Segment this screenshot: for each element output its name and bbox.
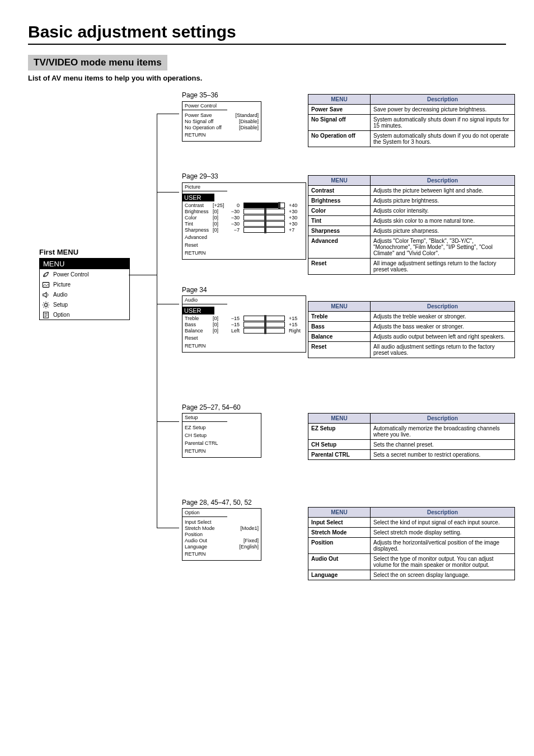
- slider-current: [0]: [213, 227, 225, 233]
- table-audio: MENUDescription TrebleAdjusts the treble…: [308, 301, 515, 358]
- return-label[interactable]: RETURN: [185, 131, 259, 139]
- cell-desc: Adjusts "Color Temp", "Black", "3D-Y/C",…: [371, 236, 515, 259]
- table-row: Parental CTRLSets a secret number to res…: [308, 450, 515, 460]
- cell-menu: Reset: [308, 342, 371, 358]
- cell-desc: Select the on screen display language.: [371, 570, 515, 580]
- table-picture: MENUDescription ContrastAdjusts the pict…: [308, 175, 515, 275]
- th-menu: MENU: [308, 302, 371, 312]
- slider-row[interactable]: Contrast[+25]0+40: [185, 203, 303, 208]
- section-heading: TV/VIDEO mode menu items: [28, 55, 167, 71]
- slider-current: [0]: [213, 215, 225, 220]
- table-row: CH SetupSets the channel preset.: [308, 440, 515, 450]
- slider-row[interactable]: Tint[0]−30+30: [185, 221, 303, 227]
- slider-label: Brightness: [185, 209, 210, 214]
- return-label[interactable]: RETURN: [185, 447, 259, 455]
- slider-row[interactable]: Brightness[0]−30+30: [185, 209, 303, 214]
- first-menu: MENU Power Control Picture Audio Setup O…: [39, 258, 130, 320]
- slider-current: [0]: [213, 322, 225, 327]
- slider-current: [0]: [213, 316, 225, 321]
- slider-label: Sharpness: [185, 227, 210, 233]
- slider-row[interactable]: Bass[0]−15+15: [185, 322, 303, 327]
- page-title: Basic adjustment settings: [28, 22, 506, 41]
- slider-min: −15: [227, 322, 240, 327]
- slider-track[interactable]: [243, 209, 285, 214]
- sidebar-item-picture[interactable]: Picture: [40, 279, 129, 289]
- slider-row[interactable]: Color[0]−30+30: [185, 215, 303, 220]
- cell-menu: No Signal off: [308, 115, 371, 131]
- connector-vertical: [157, 114, 158, 528]
- cell-menu: CH Setup: [308, 440, 371, 450]
- cell-menu: Language: [308, 570, 371, 580]
- table-row: ContrastAdjusts the picture between ligh…: [308, 186, 515, 196]
- slider-min: 0: [227, 203, 240, 208]
- osd-title: Picture: [182, 183, 227, 191]
- slider-label: Bass: [185, 322, 210, 327]
- slider-track[interactable]: [243, 221, 285, 227]
- table-row: BrightnessAdjusts picture brightness.: [308, 196, 515, 206]
- slider-min: −30: [227, 221, 240, 227]
- table-setup: MENUDescription EZ SetupAutomatically me…: [308, 413, 515, 460]
- table-row: ResetAll image adjustment settings retur…: [308, 259, 515, 275]
- table-row: LanguageSelect the on screen display lan…: [308, 570, 515, 580]
- osd-row-label: Language: [185, 544, 207, 550]
- cell-menu: EZ Setup: [308, 424, 371, 440]
- slider-track[interactable]: [243, 316, 285, 321]
- table-row: BalanceAdjusts audio output between left…: [308, 332, 515, 342]
- sidebar-item-audio[interactable]: Audio: [40, 289, 129, 299]
- slider-row[interactable]: Treble[0]−15+15: [185, 316, 303, 321]
- osd-title: Setup: [182, 414, 227, 422]
- table-row: No Operation offSystem automatically shu…: [308, 131, 515, 147]
- cell-menu: Parental CTRL: [308, 450, 371, 460]
- slider-min: −7: [227, 227, 240, 233]
- return-label[interactable]: RETURN: [185, 342, 303, 350]
- slider-label: Color: [185, 215, 210, 220]
- cell-menu: Brightness: [308, 196, 371, 206]
- user-badge: USER: [182, 307, 214, 314]
- sidebar-item-option[interactable]: Option: [40, 309, 129, 320]
- slider-current: [0]: [213, 209, 225, 214]
- slider-max: +30: [289, 221, 303, 227]
- cell-menu: Input Select: [308, 518, 371, 528]
- table-row: Stretch ModeSelect stretch mode display …: [308, 528, 515, 538]
- cell-menu: Power Save: [308, 105, 371, 115]
- sidebar-item-label: Option: [53, 312, 69, 318]
- osd-item[interactable]: EZ Setup: [185, 424, 259, 431]
- table-row: Audio OutSelect the type of monitor outp…: [308, 554, 515, 570]
- slider-label: Contrast: [185, 203, 210, 208]
- cell-desc: Adjusts picture brightness.: [371, 196, 515, 206]
- cell-desc: Sets a secret number to restrict operati…: [371, 450, 515, 460]
- subtitle: List of AV menu items to help you with o…: [28, 74, 506, 82]
- sidebar-item-label: Setup: [53, 302, 68, 308]
- th-menu: MENU: [308, 414, 371, 424]
- cell-menu: Contrast: [308, 186, 371, 196]
- divider: [28, 44, 506, 45]
- sidebar-item-power[interactable]: Power Control: [40, 269, 129, 279]
- sidebar-item-label: Audio: [53, 292, 68, 298]
- slider-row[interactable]: Sharpness[0]−7+7: [185, 227, 303, 233]
- slider-track[interactable]: [243, 203, 285, 208]
- osd-reset[interactable]: Reset: [185, 334, 303, 342]
- cell-desc: Adjusts the picture between light and sh…: [371, 186, 515, 196]
- osd-item[interactable]: Parental CTRL: [185, 439, 259, 447]
- osd-option: Option Input Select Stretch Mode[Mode1] …: [182, 508, 261, 561]
- cell-menu: Sharpness: [308, 226, 371, 236]
- cell-desc: Select the kind of input signal of each …: [371, 518, 515, 528]
- return-label[interactable]: RETURN: [185, 249, 303, 257]
- osd-advanced[interactable]: Advanced: [185, 233, 303, 241]
- sidebar-item-setup[interactable]: Setup: [40, 299, 129, 309]
- slider-track[interactable]: [243, 328, 285, 334]
- osd-row-label: Input Select: [185, 519, 212, 525]
- slider-track[interactable]: [243, 227, 285, 233]
- return-label[interactable]: RETURN: [185, 550, 259, 558]
- osd-item[interactable]: CH Setup: [185, 431, 259, 439]
- slider-track[interactable]: [243, 215, 285, 220]
- th-desc: Description: [371, 95, 515, 105]
- slider-current: [0]: [213, 221, 225, 227]
- cell-desc: Automatically memorize the broadcasting …: [371, 424, 515, 440]
- slider-track[interactable]: [243, 322, 285, 327]
- table-row: Input SelectSelect the kind of input sig…: [308, 518, 515, 528]
- slider-row[interactable]: Balance[0]LeftRight: [185, 328, 303, 334]
- sidebar-item-label: Power Control: [53, 271, 88, 278]
- osd-reset[interactable]: Reset: [185, 241, 303, 249]
- osd-row-value: [Fixed]: [243, 538, 259, 543]
